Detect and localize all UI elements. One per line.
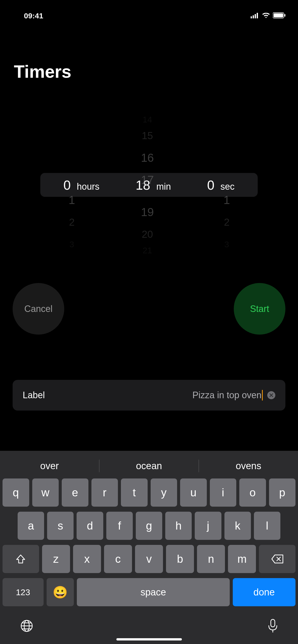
picker-option[interactable]: 21 bbox=[143, 245, 152, 255]
key-r[interactable]: r bbox=[91, 478, 118, 507]
suggestion[interactable]: ocean bbox=[100, 461, 198, 471]
picker-option[interactable]: 3 bbox=[70, 233, 74, 255]
svg-rect-3 bbox=[257, 13, 258, 18]
svg-rect-6 bbox=[284, 14, 285, 17]
key-n[interactable]: n bbox=[197, 545, 225, 573]
label-row[interactable]: Label bbox=[13, 380, 285, 411]
svg-rect-1 bbox=[253, 15, 254, 18]
key-k[interactable]: k bbox=[224, 512, 251, 540]
page-title: Timers bbox=[0, 24, 298, 82]
status-bar: 09:41 bbox=[0, 0, 298, 24]
svg-rect-12 bbox=[271, 619, 275, 627]
key-u[interactable]: u bbox=[180, 478, 207, 507]
numbers-key[interactable]: 123 bbox=[3, 578, 44, 606]
hours-column[interactable]: 1 2 3 bbox=[47, 114, 97, 255]
cancel-button[interactable]: Cancel bbox=[13, 283, 64, 335]
key-s[interactable]: s bbox=[47, 512, 74, 540]
time-picker[interactable]: 0 hours 18 min 0 sec 1 2 3 14 15 16 17 1… bbox=[0, 114, 298, 255]
status-time: 09:41 bbox=[24, 12, 43, 20]
suggestion[interactable]: ovens bbox=[199, 461, 298, 471]
key-b[interactable]: b bbox=[166, 545, 194, 573]
clear-text-button[interactable] bbox=[267, 391, 275, 399]
key-h[interactable]: h bbox=[165, 512, 192, 540]
emoji-icon: 😀 bbox=[53, 585, 68, 599]
svg-rect-5 bbox=[274, 13, 283, 17]
key-c[interactable]: c bbox=[104, 545, 132, 573]
picker-option[interactable]: 17 bbox=[141, 169, 154, 191]
key-m[interactable]: m bbox=[228, 545, 256, 573]
keyboard: over ocean ovens qwertyuiop asdfghjkl zx… bbox=[0, 451, 298, 644]
space-key[interactable]: space bbox=[77, 578, 230, 606]
svg-rect-2 bbox=[255, 14, 256, 18]
emoji-key[interactable]: 😀 bbox=[47, 578, 74, 606]
done-key[interactable]: done bbox=[233, 578, 295, 606]
picker-option[interactable]: 19 bbox=[141, 201, 154, 223]
shift-key[interactable] bbox=[3, 545, 39, 573]
key-q[interactable]: q bbox=[3, 478, 29, 507]
svg-rect-0 bbox=[251, 16, 252, 18]
picker-option[interactable]: 16 bbox=[141, 147, 154, 169]
seconds-column[interactable]: 1 2 3 bbox=[202, 114, 252, 255]
key-t[interactable]: t bbox=[121, 478, 148, 507]
key-f[interactable]: f bbox=[106, 512, 133, 540]
picker-option[interactable]: 2 bbox=[224, 211, 229, 233]
suggestion-bar: over ocean ovens bbox=[0, 453, 298, 478]
home-indicator[interactable] bbox=[116, 638, 182, 640]
key-y[interactable]: y bbox=[151, 478, 177, 507]
picker-option[interactable]: 2 bbox=[69, 211, 75, 233]
key-p[interactable]: p bbox=[269, 478, 296, 507]
start-button[interactable]: Start bbox=[234, 283, 285, 335]
key-z[interactable]: z bbox=[42, 545, 70, 573]
key-d[interactable]: d bbox=[77, 512, 103, 540]
key-o[interactable]: o bbox=[239, 478, 266, 507]
picker-option[interactable]: 3 bbox=[224, 233, 229, 255]
wifi-icon bbox=[262, 12, 270, 20]
delete-key[interactable] bbox=[259, 545, 295, 573]
picker-option[interactable]: 20 bbox=[142, 223, 153, 245]
picker-option[interactable]: 15 bbox=[142, 125, 153, 147]
key-w[interactable]: w bbox=[32, 478, 59, 507]
mic-icon[interactable] bbox=[268, 619, 278, 634]
key-v[interactable]: v bbox=[135, 545, 163, 573]
label-title: Label bbox=[23, 390, 45, 400]
picker-option[interactable]: 1 bbox=[69, 189, 75, 211]
cellular-icon bbox=[251, 12, 259, 20]
suggestion[interactable]: over bbox=[0, 461, 99, 471]
key-j[interactable]: j bbox=[195, 512, 221, 540]
key-i[interactable]: i bbox=[210, 478, 237, 507]
label-input[interactable] bbox=[149, 390, 263, 400]
picker-option[interactable]: 1 bbox=[223, 189, 230, 211]
globe-icon[interactable] bbox=[20, 619, 33, 633]
key-e[interactable]: e bbox=[62, 478, 88, 507]
picker-option[interactable]: 14 bbox=[143, 114, 152, 125]
status-icons bbox=[251, 12, 285, 20]
battery-icon bbox=[273, 12, 285, 20]
key-a[interactable]: a bbox=[18, 512, 44, 540]
key-g[interactable]: g bbox=[136, 512, 162, 540]
key-l[interactable]: l bbox=[254, 512, 280, 540]
minutes-column[interactable]: 14 15 16 17 19 20 21 bbox=[122, 114, 173, 255]
key-x[interactable]: x bbox=[73, 545, 101, 573]
